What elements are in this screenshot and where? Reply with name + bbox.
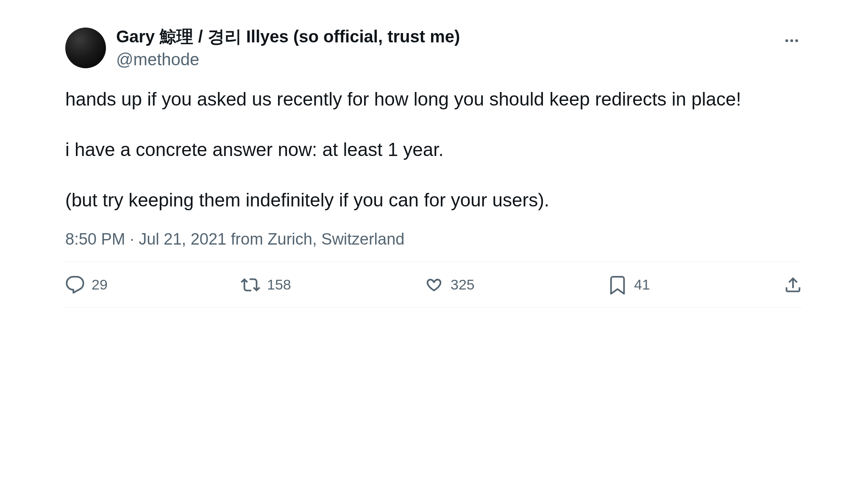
like-button[interactable]: 325 (424, 275, 475, 295)
tweet-header: Gary 鯨理 / 경리 Illyes (so official, trust … (65, 25, 803, 70)
author-block[interactable]: Gary 鯨理 / 경리 Illyes (so official, trust … (65, 25, 460, 70)
retweet-count: 158 (267, 276, 291, 293)
reply-button[interactable]: 29 (65, 275, 108, 295)
more-icon (783, 32, 800, 49)
share-button[interactable] (783, 275, 803, 295)
avatar[interactable] (65, 28, 106, 68)
user-info: Gary 鯨理 / 경리 Illyes (so official, trust … (116, 25, 460, 70)
share-icon (783, 275, 803, 295)
more-button[interactable] (781, 30, 803, 52)
like-count: 325 (451, 276, 475, 293)
bookmark-button[interactable]: 41 (608, 275, 650, 295)
author-handle[interactable]: @methode (116, 48, 460, 70)
bookmark-count: 41 (634, 276, 650, 293)
tweet-card: Gary 鯨理 / 경리 Illyes (so official, trust … (27, 25, 841, 308)
tweet-meta[interactable]: 8:50 PM · Jul 21, 2021 from Zurich, Swit… (65, 230, 803, 248)
retweet-button[interactable]: 158 (241, 275, 291, 295)
reply-icon (65, 275, 85, 295)
tweet-body: hands up if you asked us recently for ho… (65, 86, 803, 212)
bookmark-icon (608, 275, 627, 295)
tweet-actions: 29 158 325 41 (65, 262, 803, 308)
author-display-name[interactable]: Gary 鯨理 / 경리 Illyes (so official, trust … (116, 25, 460, 47)
heart-icon (424, 275, 444, 295)
reply-count: 29 (92, 276, 108, 293)
svg-point-0 (785, 39, 788, 42)
svg-point-1 (790, 39, 793, 42)
retweet-icon (241, 275, 260, 295)
svg-point-2 (795, 39, 798, 42)
